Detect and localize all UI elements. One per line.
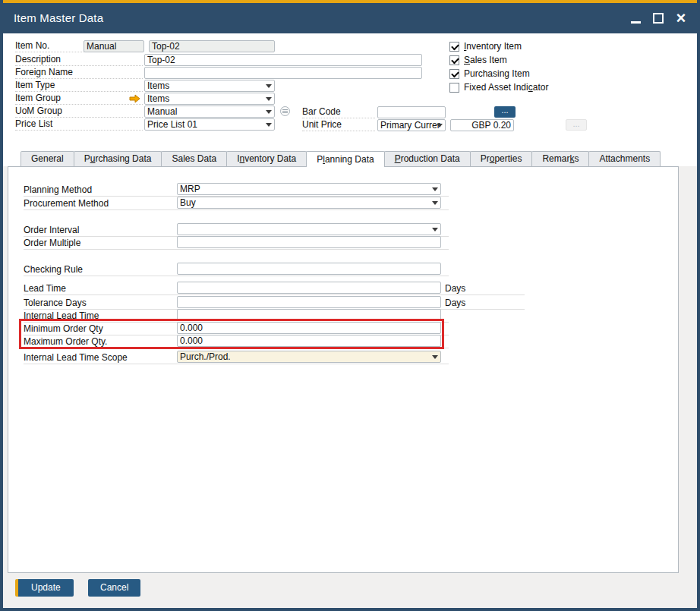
minimum-order-qty-label: Minimum Order Qty bbox=[24, 323, 103, 334]
description-label: Description bbox=[15, 54, 143, 66]
footer-bar: Update Cancel bbox=[3, 573, 697, 608]
tolerance-days-input[interactable] bbox=[177, 296, 441, 308]
order-multiple-label: Order Multiple bbox=[24, 238, 80, 248]
minimize-button[interactable] bbox=[624, 8, 647, 28]
item-type-label: Item Type bbox=[15, 80, 143, 92]
minimum-order-qty-row: Minimum Order Qty 0.000 bbox=[24, 322, 449, 335]
planning-method-label: Planning Method bbox=[24, 184, 92, 195]
foreign-name-label: Foreign Name bbox=[15, 67, 143, 79]
item-group-label: Item Group bbox=[15, 93, 143, 105]
chevron-down-icon bbox=[266, 97, 272, 101]
maximum-order-qty-label: Maximum Order Qty. bbox=[24, 336, 107, 347]
maximum-order-qty-row: Maximum Order Qty. 0.000 bbox=[24, 335, 449, 348]
tab-properties[interactable]: Properties bbox=[470, 151, 533, 166]
tolerance-days-row: Tolerance Days Days bbox=[24, 296, 525, 310]
uom-group-detail-icon[interactable] bbox=[280, 106, 290, 116]
item-group-value: Items bbox=[147, 93, 169, 104]
maximum-order-qty-input[interactable]: 0.000 bbox=[177, 335, 441, 347]
sales-item-row: Sales Item bbox=[449, 54, 507, 66]
internal-lead-time-row: Internal Lead Time bbox=[24, 309, 449, 323]
unit-price-label: Unit Price bbox=[302, 119, 375, 131]
maximize-button[interactable] bbox=[647, 8, 670, 28]
internal-lead-time-label: Internal Lead Time bbox=[24, 310, 99, 321]
uom-group-dropdown[interactable]: Manual bbox=[144, 106, 275, 118]
unit-price-field[interactable]: GBP 0.20 bbox=[450, 119, 514, 131]
tab-remarks[interactable]: Remarks bbox=[531, 151, 589, 166]
price-list-dropdown[interactable]: Price List 01 bbox=[144, 118, 275, 131]
planning-method-dropdown[interactable]: MRP bbox=[177, 183, 441, 195]
maximize-icon bbox=[653, 13, 664, 24]
tab-general[interactable]: General bbox=[20, 151, 74, 166]
inventory-item-label: Inventory Item bbox=[464, 41, 522, 52]
tab-purchasing-data[interactable]: Purchasing Data bbox=[74, 151, 162, 166]
internal-lead-time-scope-label: Internal Lead Time Scope bbox=[24, 352, 128, 363]
tab-planning-data[interactable]: Planning Data bbox=[306, 151, 384, 167]
purchasing-item-checkbox[interactable] bbox=[449, 69, 459, 79]
bar-code-label: Bar Code bbox=[302, 106, 375, 118]
item-no-field[interactable]: Top-02 bbox=[149, 40, 275, 52]
order-interval-label: Order Interval bbox=[24, 225, 79, 235]
tab-attachments[interactable]: Attachments bbox=[588, 151, 661, 166]
order-multiple-input[interactable] bbox=[177, 236, 441, 248]
foreign-name-field[interactable] bbox=[144, 67, 422, 79]
update-button[interactable]: Update bbox=[15, 579, 74, 597]
item-no-mode-field[interactable]: Manual bbox=[84, 40, 144, 52]
item-type-dropdown[interactable]: Items bbox=[144, 80, 275, 92]
close-button[interactable]: × bbox=[670, 8, 692, 28]
window-controls: × bbox=[624, 3, 692, 33]
inventory-item-checkbox[interactable] bbox=[449, 42, 459, 52]
uom-group-label: UoM Group bbox=[15, 106, 143, 118]
tab-production-data[interactable]: Production Data bbox=[384, 151, 471, 166]
fixed-asset-indicator-checkbox[interactable] bbox=[449, 83, 459, 93]
internal-lead-time-input[interactable] bbox=[177, 309, 441, 321]
chevron-down-icon bbox=[432, 201, 438, 205]
lead-time-input[interactable] bbox=[177, 282, 441, 294]
fixed-asset-indicator-label: Fixed Asset Indicator bbox=[464, 82, 548, 93]
inventory-item-row: Inventory Item bbox=[449, 40, 522, 52]
checking-rule-label: Checking Rule bbox=[24, 264, 83, 275]
price-list-value: Price List 01 bbox=[147, 119, 197, 130]
sales-item-checkbox[interactable] bbox=[449, 55, 459, 65]
bar-code-field[interactable] bbox=[377, 106, 446, 118]
unit-price-currency-dropdown[interactable]: Primary Currer bbox=[377, 119, 446, 131]
chevron-down-icon bbox=[266, 123, 272, 127]
tab-inventory-data[interactable]: Inventory Data bbox=[226, 151, 307, 166]
order-interval-dropdown[interactable] bbox=[177, 223, 441, 235]
lead-time-row: Lead Time Days bbox=[24, 282, 525, 295]
uom-group-value: Manual bbox=[147, 106, 177, 117]
chevron-down-icon bbox=[432, 355, 438, 359]
sales-item-label: Sales Item bbox=[464, 55, 507, 65]
checking-rule-input[interactable] bbox=[177, 263, 441, 275]
internal-lead-time-scope-dropdown[interactable]: Purch./Prod. bbox=[177, 351, 441, 363]
description-field[interactable]: Top-02 bbox=[144, 54, 422, 66]
link-arrow-icon[interactable] bbox=[129, 94, 140, 103]
bar-code-browse-button[interactable]: ... bbox=[494, 106, 516, 118]
chevron-down-icon bbox=[437, 124, 443, 128]
cancel-button[interactable]: Cancel bbox=[88, 579, 140, 597]
tab-strip: General Purchasing Data Sales Data Inven… bbox=[21, 151, 661, 166]
chevron-down-icon bbox=[266, 110, 272, 114]
chevron-down-icon bbox=[266, 84, 272, 88]
lead-time-unit: Days bbox=[445, 283, 465, 294]
minimum-order-qty-input[interactable]: 0.000 bbox=[177, 322, 441, 334]
item-type-value: Items bbox=[147, 80, 169, 91]
procurement-method-dropdown[interactable]: Buy bbox=[177, 197, 441, 209]
window-body: Item No. Description Foreign Name Item T… bbox=[3, 33, 697, 608]
tab-sales-data[interactable]: Sales Data bbox=[161, 151, 227, 166]
tolerance-days-label: Tolerance Days bbox=[24, 298, 87, 308]
internal-lead-time-scope-row: Internal Lead Time Scope Purch./Prod. bbox=[24, 351, 449, 364]
tolerance-days-unit: Days bbox=[445, 298, 465, 308]
purchasing-item-row: Purchasing Item bbox=[449, 68, 530, 80]
item-master-data-window: Item Master Data × Item No. Description … bbox=[0, 0, 700, 611]
purchasing-item-label: Purchasing Item bbox=[464, 68, 530, 79]
chevron-down-icon bbox=[432, 187, 438, 191]
planning-method-row: Planning Method MRP bbox=[24, 183, 449, 197]
item-group-dropdown[interactable]: Items bbox=[144, 93, 275, 105]
procurement-method-label: Procurement Method bbox=[24, 198, 109, 209]
titlebar[interactable]: Item Master Data × bbox=[0, 3, 700, 33]
planning-data-panel: Planning Method MRP Procurement Method B… bbox=[8, 166, 679, 573]
order-multiple-row: Order Multiple bbox=[24, 236, 449, 250]
unit-price-browse-button[interactable]: ... bbox=[566, 119, 587, 131]
planning-method-value: MRP bbox=[180, 184, 200, 194]
lead-time-label: Lead Time bbox=[24, 283, 66, 294]
